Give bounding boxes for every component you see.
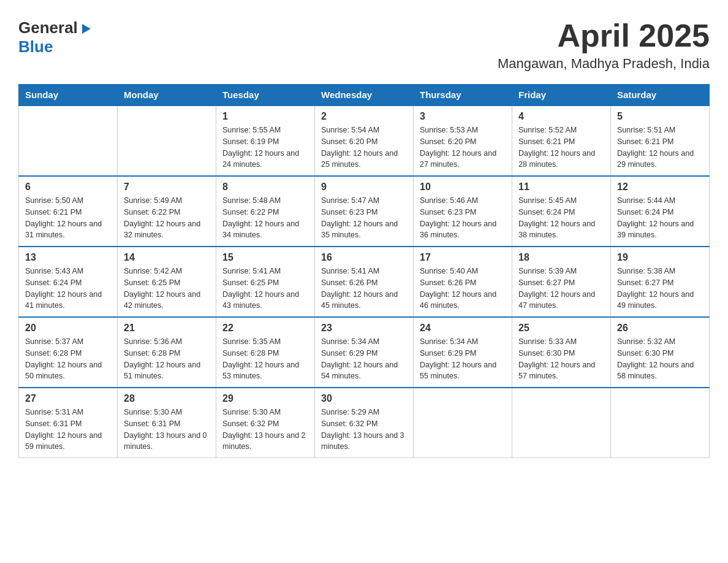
calendar-week-row: 1Sunrise: 5:55 AMSunset: 6:19 PMDaylight… [19, 105, 710, 176]
calendar-day-cell: 18Sunrise: 5:39 AMSunset: 6:27 PMDayligh… [512, 247, 611, 317]
calendar-day-cell: 13Sunrise: 5:43 AMSunset: 6:24 PMDayligh… [19, 247, 118, 317]
day-number: 23 [321, 323, 407, 334]
logo-triangle-icon [80, 23, 92, 35]
day-number: 18 [518, 252, 604, 263]
calendar-day-cell: 23Sunrise: 5:34 AMSunset: 6:29 PMDayligh… [315, 317, 414, 388]
page-header: General Blue April 2025 Mangawan, Madhya… [18, 18, 710, 72]
title-block: April 2025 Mangawan, Madhya Pradesh, Ind… [498, 18, 710, 72]
calendar-day-cell: 8Sunrise: 5:48 AMSunset: 6:22 PMDaylight… [216, 176, 315, 247]
day-number: 1 [222, 111, 308, 122]
calendar-week-row: 27Sunrise: 5:31 AMSunset: 6:31 PMDayligh… [19, 388, 710, 458]
day-number: 28 [124, 393, 210, 404]
day-number: 22 [222, 323, 308, 334]
day-number: 29 [222, 393, 308, 404]
day-info: Sunrise: 5:39 AMSunset: 6:27 PMDaylight:… [518, 266, 604, 312]
calendar-header-sunday: Sunday [19, 85, 118, 106]
day-info: Sunrise: 5:36 AMSunset: 6:28 PMDaylight:… [124, 336, 210, 382]
calendar-day-cell: 1Sunrise: 5:55 AMSunset: 6:19 PMDaylight… [216, 105, 315, 176]
day-number: 19 [617, 252, 703, 263]
day-info: Sunrise: 5:32 AMSunset: 6:30 PMDaylight:… [617, 336, 703, 382]
calendar-day-cell: 4Sunrise: 5:52 AMSunset: 6:21 PMDaylight… [512, 105, 611, 176]
calendar-day-cell [118, 105, 216, 176]
day-number: 10 [420, 182, 506, 193]
day-info: Sunrise: 5:49 AMSunset: 6:22 PMDaylight:… [124, 195, 210, 241]
day-info: Sunrise: 5:53 AMSunset: 6:20 PMDaylight:… [420, 124, 506, 170]
day-number: 11 [518, 182, 604, 193]
day-number: 14 [124, 252, 210, 263]
day-info: Sunrise: 5:34 AMSunset: 6:29 PMDaylight:… [321, 336, 407, 382]
day-info: Sunrise: 5:38 AMSunset: 6:27 PMDaylight:… [617, 266, 703, 312]
logo: General Blue [18, 18, 92, 56]
calendar-day-cell: 14Sunrise: 5:42 AMSunset: 6:25 PMDayligh… [118, 247, 216, 317]
day-number: 26 [617, 323, 703, 334]
calendar-header-friday: Friday [512, 85, 611, 106]
day-info: Sunrise: 5:43 AMSunset: 6:24 PMDaylight:… [25, 266, 111, 312]
calendar-day-cell: 5Sunrise: 5:51 AMSunset: 6:21 PMDaylight… [611, 105, 710, 176]
calendar-day-cell: 22Sunrise: 5:35 AMSunset: 6:28 PMDayligh… [216, 317, 315, 388]
day-number: 30 [321, 393, 407, 404]
day-number: 25 [518, 323, 604, 334]
day-number: 9 [321, 182, 407, 193]
day-info: Sunrise: 5:37 AMSunset: 6:28 PMDaylight:… [25, 336, 111, 382]
day-info: Sunrise: 5:31 AMSunset: 6:31 PMDaylight:… [25, 407, 111, 453]
calendar-day-cell: 15Sunrise: 5:41 AMSunset: 6:25 PMDayligh… [216, 247, 315, 317]
day-info: Sunrise: 5:50 AMSunset: 6:21 PMDaylight:… [25, 195, 111, 241]
calendar-day-cell: 16Sunrise: 5:41 AMSunset: 6:26 PMDayligh… [315, 247, 414, 317]
calendar-day-cell: 20Sunrise: 5:37 AMSunset: 6:28 PMDayligh… [19, 317, 118, 388]
calendar-day-cell: 28Sunrise: 5:30 AMSunset: 6:31 PMDayligh… [118, 388, 216, 458]
day-number: 21 [124, 323, 210, 334]
day-info: Sunrise: 5:51 AMSunset: 6:21 PMDaylight:… [617, 124, 703, 170]
calendar-header-saturday: Saturday [611, 85, 710, 106]
calendar-header-row: SundayMondayTuesdayWednesdayThursdayFrid… [19, 85, 710, 106]
day-number: 27 [25, 393, 111, 404]
day-info: Sunrise: 5:44 AMSunset: 6:24 PMDaylight:… [617, 195, 703, 241]
calendar-header-monday: Monday [118, 85, 216, 106]
logo-blue-text: Blue [18, 37, 53, 56]
day-info: Sunrise: 5:29 AMSunset: 6:32 PMDaylight:… [321, 407, 407, 453]
day-number: 2 [321, 111, 407, 122]
day-info: Sunrise: 5:52 AMSunset: 6:21 PMDaylight:… [518, 124, 604, 170]
day-info: Sunrise: 5:55 AMSunset: 6:19 PMDaylight:… [222, 124, 308, 170]
day-number: 13 [25, 252, 111, 263]
day-number: 3 [420, 111, 506, 122]
day-info: Sunrise: 5:34 AMSunset: 6:29 PMDaylight:… [420, 336, 506, 382]
svg-marker-0 [82, 24, 91, 34]
day-info: Sunrise: 5:42 AMSunset: 6:25 PMDaylight:… [124, 266, 210, 312]
calendar-week-row: 6Sunrise: 5:50 AMSunset: 6:21 PMDaylight… [19, 176, 710, 247]
day-info: Sunrise: 5:35 AMSunset: 6:28 PMDaylight:… [222, 336, 308, 382]
day-info: Sunrise: 5:47 AMSunset: 6:23 PMDaylight:… [321, 195, 407, 241]
calendar-day-cell: 2Sunrise: 5:54 AMSunset: 6:20 PMDaylight… [315, 105, 414, 176]
day-info: Sunrise: 5:40 AMSunset: 6:26 PMDaylight:… [420, 266, 506, 312]
calendar-day-cell [512, 388, 611, 458]
calendar-day-cell: 10Sunrise: 5:46 AMSunset: 6:23 PMDayligh… [414, 176, 512, 247]
calendar-day-cell: 7Sunrise: 5:49 AMSunset: 6:22 PMDaylight… [118, 176, 216, 247]
day-number: 4 [518, 111, 604, 122]
calendar-day-cell [611, 388, 710, 458]
calendar-header-wednesday: Wednesday [315, 85, 414, 106]
day-info: Sunrise: 5:54 AMSunset: 6:20 PMDaylight:… [321, 124, 407, 170]
calendar-day-cell [414, 388, 512, 458]
day-info: Sunrise: 5:30 AMSunset: 6:32 PMDaylight:… [222, 407, 308, 453]
calendar-day-cell: 17Sunrise: 5:40 AMSunset: 6:26 PMDayligh… [414, 247, 512, 317]
day-info: Sunrise: 5:41 AMSunset: 6:26 PMDaylight:… [321, 266, 407, 312]
calendar-day-cell: 3Sunrise: 5:53 AMSunset: 6:20 PMDaylight… [414, 105, 512, 176]
day-number: 8 [222, 182, 308, 193]
page-title: April 2025 [498, 18, 710, 53]
calendar-day-cell: 29Sunrise: 5:30 AMSunset: 6:32 PMDayligh… [216, 388, 315, 458]
day-number: 7 [124, 182, 210, 193]
day-number: 24 [420, 323, 506, 334]
day-number: 15 [222, 252, 308, 263]
day-info: Sunrise: 5:41 AMSunset: 6:25 PMDaylight:… [222, 266, 308, 312]
calendar-day-cell: 21Sunrise: 5:36 AMSunset: 6:28 PMDayligh… [118, 317, 216, 388]
calendar-table: SundayMondayTuesdayWednesdayThursdayFrid… [18, 84, 710, 458]
calendar-day-cell: 6Sunrise: 5:50 AMSunset: 6:21 PMDaylight… [19, 176, 118, 247]
day-number: 5 [617, 111, 703, 122]
calendar-day-cell: 30Sunrise: 5:29 AMSunset: 6:32 PMDayligh… [315, 388, 414, 458]
calendar-day-cell: 25Sunrise: 5:33 AMSunset: 6:30 PMDayligh… [512, 317, 611, 388]
day-number: 20 [25, 323, 111, 334]
day-info: Sunrise: 5:46 AMSunset: 6:23 PMDaylight:… [420, 195, 506, 241]
calendar-week-row: 20Sunrise: 5:37 AMSunset: 6:28 PMDayligh… [19, 317, 710, 388]
calendar-day-cell: 24Sunrise: 5:34 AMSunset: 6:29 PMDayligh… [414, 317, 512, 388]
day-number: 12 [617, 182, 703, 193]
day-number: 17 [420, 252, 506, 263]
